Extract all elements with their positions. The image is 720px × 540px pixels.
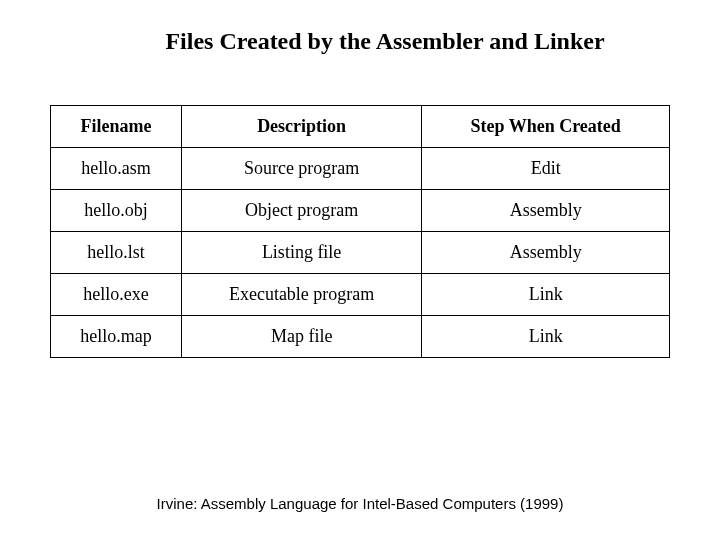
cell-filename: hello.asm xyxy=(51,148,182,190)
files-table-container: Filename Description Step When Created h… xyxy=(50,105,670,358)
cell-filename: hello.lst xyxy=(51,232,182,274)
page-title: Files Created by the Assembler and Linke… xyxy=(0,0,720,55)
header-filename: Filename xyxy=(51,106,182,148)
cell-description: Source program xyxy=(181,148,421,190)
table-row: hello.asm Source program Edit xyxy=(51,148,670,190)
header-description: Description xyxy=(181,106,421,148)
cell-description: Object program xyxy=(181,190,421,232)
cell-description: Executable program xyxy=(181,274,421,316)
footer-citation: Irvine: Assembly Language for Intel-Base… xyxy=(0,495,720,512)
cell-step: Assembly xyxy=(422,190,670,232)
table-row: hello.map Map file Link xyxy=(51,316,670,358)
cell-description: Listing file xyxy=(181,232,421,274)
table-row: hello.lst Listing file Assembly xyxy=(51,232,670,274)
cell-description: Map file xyxy=(181,316,421,358)
cell-filename: hello.map xyxy=(51,316,182,358)
cell-filename: hello.obj xyxy=(51,190,182,232)
files-table: Filename Description Step When Created h… xyxy=(50,105,670,358)
table-header-row: Filename Description Step When Created xyxy=(51,106,670,148)
cell-step: Assembly xyxy=(422,232,670,274)
cell-filename: hello.exe xyxy=(51,274,182,316)
table-row: hello.obj Object program Assembly xyxy=(51,190,670,232)
cell-step: Edit xyxy=(422,148,670,190)
cell-step: Link xyxy=(422,316,670,358)
header-step: Step When Created xyxy=(422,106,670,148)
table-row: hello.exe Executable program Link xyxy=(51,274,670,316)
cell-step: Link xyxy=(422,274,670,316)
